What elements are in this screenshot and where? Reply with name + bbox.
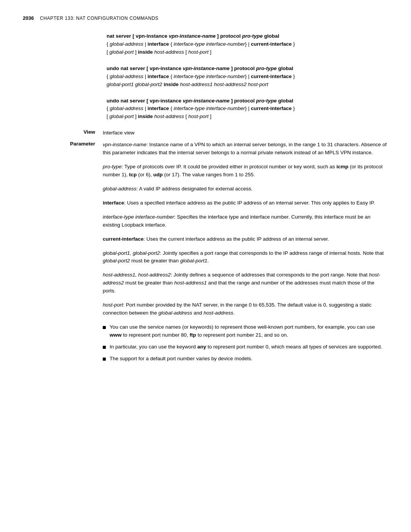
- bullet-icon: [103, 326, 106, 329]
- page-header: 2036 Chapter 133: NAT Configuration Comm…: [23, 15, 388, 21]
- list-item: You can use the service names (or keywor…: [103, 323, 388, 339]
- syntax-block-1: nat server [ vpn-instance vpn-instance-n…: [107, 32, 388, 56]
- param-entry: global-port1, global-port2: Jointly spec…: [103, 249, 388, 265]
- bullet-icon: [103, 346, 106, 349]
- param-entry: global-address: A valid IP address desig…: [103, 185, 388, 193]
- param-entry: interface-type interface-number: Specifi…: [103, 213, 388, 229]
- view-section: View Interface view: [23, 129, 388, 137]
- bullet-text: In particular, you can use the keyword a…: [110, 343, 388, 351]
- syntax-block-3: undo nat server [ vpn-instance vpn-insta…: [107, 97, 388, 121]
- chapter-title: Chapter 133: NAT Configuration Commands: [40, 16, 158, 21]
- view-content: Interface view: [103, 129, 388, 137]
- view-label: View: [23, 129, 103, 137]
- parameter-label: Parameter: [23, 141, 103, 366]
- param-entry: host-port: Port number provided by the N…: [103, 301, 388, 317]
- bullet-text: You can use the service names (or keywor…: [110, 323, 388, 339]
- list-item: In particular, you can use the keyword a…: [103, 343, 388, 351]
- param-entry: vpn-instance-name: Instance name of a VP…: [103, 141, 388, 157]
- bullet-list: You can use the service names (or keywor…: [103, 323, 388, 363]
- param-entry: host-address1, host-address2: Jointly de…: [103, 271, 388, 295]
- param-entry: pro-type: Type of protocols over IP. It …: [103, 163, 388, 179]
- syntax-block-2: undo nat server [ vpn-instance vpn-insta…: [107, 65, 388, 89]
- list-item: The support for a default port number va…: [103, 355, 388, 363]
- param-entry: current-interface: Uses the current inte…: [103, 235, 388, 243]
- parameter-section: Parameter vpn-instance-name: Instance na…: [23, 141, 388, 366]
- page-number: 2036: [23, 15, 34, 21]
- bullet-text: The support for a default port number va…: [110, 355, 388, 363]
- param-entry: interface: Uses a specified interface ad…: [103, 199, 388, 207]
- content-area: nat server [ vpn-instance vpn-instance-n…: [23, 32, 388, 367]
- bullet-icon: [103, 358, 106, 361]
- param-entries: vpn-instance-name: Instance name of a VP…: [103, 141, 388, 317]
- parameter-content: vpn-instance-name: Instance name of a VP…: [103, 141, 388, 366]
- page: 2036 Chapter 133: NAT Configuration Comm…: [0, 0, 411, 532]
